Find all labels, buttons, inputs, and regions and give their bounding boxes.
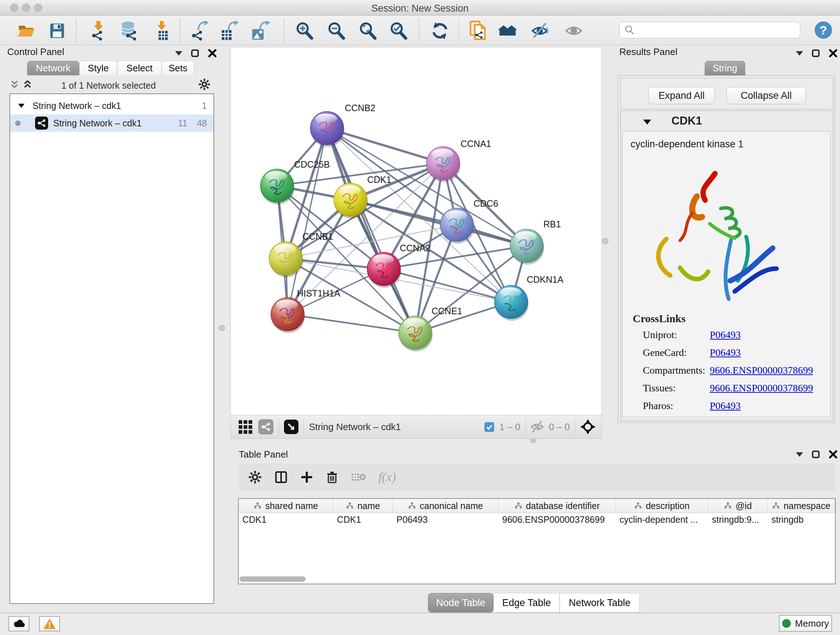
crosslinks-list: Uniprot:P06493GeneCard:P06493Compartment… — [643, 329, 813, 418]
collapse-panel-icon[interactable] — [796, 452, 803, 457]
collapse-all-networks-icon[interactable] — [10, 80, 19, 90]
table-options-gear-icon[interactable] — [248, 470, 262, 484]
network-edge[interactable] — [327, 128, 415, 333]
close-panel-icon[interactable] — [829, 49, 838, 58]
crosslink-row: Pharos:P06493 — [643, 400, 813, 412]
clone-network-button[interactable] — [469, 21, 489, 41]
float-panel-icon[interactable] — [190, 49, 200, 58]
network-node-CCNE1[interactable] — [399, 316, 433, 352]
network-node-CCNB1[interactable] — [269, 242, 303, 277]
float-panel-icon[interactable] — [811, 49, 821, 58]
left-splitter-handle[interactable] — [218, 325, 225, 331]
entry-expander-icon[interactable] — [643, 119, 651, 125]
network-list: String Network – cdk1 1 String Network –… — [9, 93, 214, 604]
zoom-out-button[interactable] — [326, 21, 347, 41]
grid-layout-icon[interactable] — [237, 419, 253, 435]
tab-edge-table[interactable]: Edge Table — [493, 593, 560, 613]
home-networks-button[interactable] — [497, 21, 518, 41]
collapse-panel-icon[interactable] — [796, 51, 803, 56]
network-node-CCNB2[interactable] — [310, 111, 344, 147]
current-network-title: String Network – cdk1 — [309, 421, 401, 432]
import-database-button[interactable] — [118, 21, 139, 41]
network-canvas[interactable]: CCNB2CCNA1CDC25BCDK1CDC6RB1CCNB1CCNA2CDK… — [231, 47, 602, 416]
tab-node-table[interactable]: Node Table — [428, 593, 493, 613]
zoom-selected-button[interactable] — [388, 21, 409, 41]
crosslinks-title: CrossLinks — [633, 312, 685, 325]
network-options-gear-icon[interactable] — [198, 78, 210, 90]
help-button[interactable]: ? — [815, 21, 832, 39]
network-edge[interactable] — [351, 200, 527, 246]
column-header-description[interactable]: description — [616, 499, 708, 513]
show-columns-icon[interactable] — [274, 470, 288, 484]
tab-network[interactable]: Network — [27, 61, 79, 75]
network-row[interactable]: String Network – cdk1 11 48 — [10, 114, 213, 132]
crosslink-link[interactable]: P06493 — [710, 400, 741, 412]
node-label-CCNA1: CCNA1 — [461, 139, 491, 149]
network-node-CDC6[interactable] — [440, 208, 474, 244]
export-table-button[interactable] — [219, 21, 240, 41]
expand-all-networks-icon[interactable] — [23, 80, 33, 90]
show-all-button[interactable] — [564, 21, 584, 41]
network-node-CDK1[interactable] — [334, 183, 368, 219]
crosslink-link[interactable]: 9606.ENSP00000378699 — [710, 382, 813, 394]
cloud-services-button[interactable] — [8, 616, 29, 631]
collapse-panel-icon[interactable] — [175, 51, 182, 56]
hide-selected-button[interactable] — [531, 21, 551, 41]
network-share-button[interactable] — [258, 419, 273, 434]
network-node-CDKN1A[interactable] — [494, 285, 529, 321]
column-header-name[interactable]: name — [333, 499, 393, 513]
close-panel-icon[interactable] — [208, 49, 217, 58]
collection-expander-icon[interactable] — [18, 103, 25, 108]
zoom-fit-button[interactable] — [358, 21, 378, 41]
memory-button[interactable]: Memory — [779, 615, 832, 632]
refresh-view-button[interactable] — [430, 21, 450, 41]
float-panel-icon[interactable] — [811, 450, 821, 459]
open-session-button[interactable] — [16, 21, 36, 41]
network-edge[interactable] — [287, 314, 415, 333]
column-header--id[interactable]: @id — [708, 499, 768, 513]
network-edge[interactable] — [287, 128, 327, 314]
column-header-shared-name[interactable]: shared name — [239, 499, 333, 513]
column-header-canonical-name[interactable]: canonical name — [393, 499, 499, 513]
crosslink-link[interactable]: P06493 — [710, 347, 741, 358]
birdseye-view-button[interactable] — [284, 420, 298, 434]
save-session-button[interactable] — [47, 21, 67, 41]
tab-select[interactable]: Select — [117, 61, 162, 75]
table-hscrollbar-thumb[interactable] — [240, 576, 306, 582]
network-edge[interactable] — [327, 128, 443, 163]
tab-string[interactable]: String — [705, 61, 745, 75]
warnings-button[interactable] — [39, 616, 60, 631]
export-network-button[interactable] — [190, 21, 210, 41]
network-node-RB1[interactable] — [510, 229, 544, 264]
column-header-database-identifier[interactable]: database identifier — [499, 499, 616, 513]
collection-count: 1 — [202, 101, 207, 111]
tab-style[interactable]: Style — [79, 61, 117, 75]
tab-sets[interactable]: Sets — [162, 61, 194, 75]
collapse-all-button[interactable]: Collapse All — [726, 87, 806, 104]
network-node-HIST1H1A[interactable] — [271, 298, 305, 333]
zoom-in-button[interactable] — [294, 21, 315, 41]
network-node-CDC25B[interactable] — [261, 169, 294, 204]
crosslink-link[interactable]: 9606.ENSP00000378699 — [710, 364, 813, 376]
table-toolbar: f(x) — [238, 463, 836, 491]
houses-icon — [497, 22, 518, 40]
import-table-button[interactable] — [152, 21, 172, 41]
add-column-icon[interactable] — [300, 470, 313, 484]
network-collection-row[interactable]: String Network – cdk1 1 — [10, 97, 213, 114]
close-panel-icon[interactable] — [829, 450, 838, 459]
export-image-button[interactable] — [251, 21, 271, 41]
delete-column-icon[interactable] — [325, 470, 339, 484]
expand-all-button[interactable]: Expand All — [648, 87, 715, 104]
table-panel-controls — [796, 450, 838, 459]
network-node-CCNA2[interactable] — [367, 252, 401, 288]
right-splitter-handle[interactable] — [602, 238, 608, 244]
search-input[interactable] — [635, 25, 792, 36]
table-row[interactable]: CDK1CDK1P064939606.ENSP00000378699cyclin… — [239, 513, 835, 526]
selected-nodes-checkbox[interactable] — [485, 422, 494, 432]
import-network-button[interactable] — [88, 21, 108, 41]
crosslink-link[interactable]: P06493 — [710, 329, 741, 340]
column-header-namespace[interactable]: namespace — [767, 499, 835, 513]
pan-crosshair-icon[interactable] — [580, 419, 595, 434]
network-node-CCNA1[interactable] — [426, 147, 461, 182]
tab-network-table[interactable]: Network Table — [560, 593, 639, 613]
